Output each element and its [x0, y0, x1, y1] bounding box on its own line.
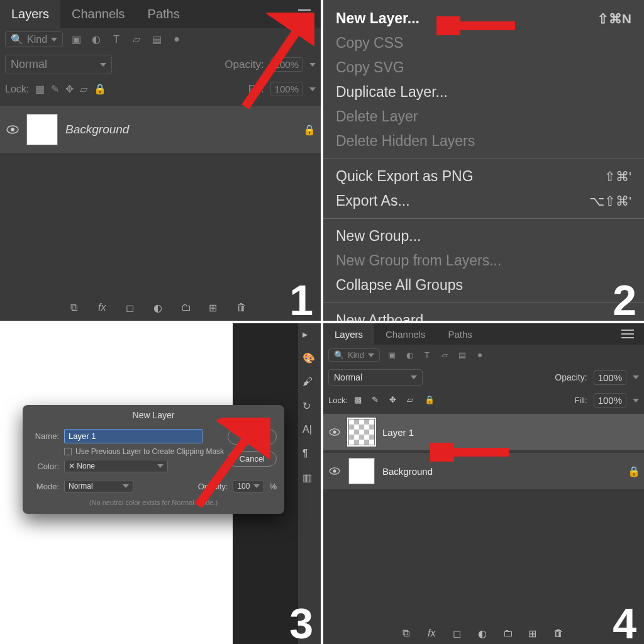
filter-toggle-icon[interactable]: •: [474, 350, 486, 361]
layer-row[interactable]: Background🔒: [323, 453, 644, 489]
palette-icon[interactable]: 🎨: [303, 352, 316, 366]
fill-field[interactable]: 100%: [594, 393, 626, 408]
search-icon: 🔍: [334, 350, 344, 360]
tab-paths[interactable]: Paths: [436, 323, 483, 345]
layer-name[interactable]: Background: [65, 123, 296, 136]
menu-item[interactable]: Duplicate Layer...: [323, 80, 644, 104]
trash-icon[interactable]: 🗑: [553, 628, 565, 639]
lock-icon[interactable]: 🔒: [303, 124, 314, 135]
blend-mode-select[interactable]: Normal: [328, 369, 423, 386]
layer-row[interactable]: Layer 1: [323, 414, 644, 450]
opacity-field[interactable]: 100: [233, 480, 264, 492]
filter-kind-select[interactable]: 🔍 Kind: [328, 348, 380, 362]
character-icon[interactable]: A|: [303, 424, 316, 438]
lock-brush-icon[interactable]: ✎: [51, 83, 59, 95]
tab-layers[interactable]: Layers: [323, 323, 374, 345]
visibility-icon[interactable]: [328, 426, 341, 438]
filter-shape-icon[interactable]: ▱: [439, 350, 450, 361]
layer-name-input[interactable]: [64, 429, 203, 443]
menu-item[interactable]: Export As...⌥⇧⌘': [323, 189, 644, 213]
layer-thumbnail[interactable]: [348, 458, 375, 484]
blend-mode-value: Normal: [334, 372, 362, 382]
mode-select[interactable]: Normal: [64, 480, 133, 492]
color-select[interactable]: ✕ None: [64, 460, 168, 472]
menu-item[interactable]: Quick Export as PNG⇧⌘': [323, 164, 644, 189]
cancel-button[interactable]: Cancel: [228, 451, 277, 467]
filter-adjustment-icon[interactable]: ◐: [89, 33, 103, 47]
panel-menu-button[interactable]: [615, 323, 640, 347]
layer-name[interactable]: Background: [382, 466, 620, 477]
brush-icon[interactable]: 🖌: [303, 376, 316, 390]
layer-background[interactable]: Background 🔒: [0, 106, 321, 153]
lock-row: Lock: ▩ ✎ ✥ ▱ 🔒 Fill: 100%: [323, 389, 644, 411]
trash-icon[interactable]: 🗑: [236, 302, 250, 316]
fill-label: Fill:: [248, 84, 264, 95]
ok-button[interactable]: OK: [228, 429, 277, 445]
opacity-label: Opacity:: [198, 482, 228, 491]
adjustment-layer-icon[interactable]: ◐: [478, 628, 489, 639]
chevron-down-icon[interactable]: [633, 399, 639, 402]
new-group-icon[interactable]: 🗀: [181, 302, 195, 316]
lock-icon[interactable]: 🔒: [628, 465, 639, 477]
swatch-icon[interactable]: ▥: [303, 472, 316, 486]
lock-transparency-icon[interactable]: ▩: [354, 395, 365, 406]
layer-style-icon[interactable]: fx: [428, 628, 439, 639]
chevron-down-icon: [123, 484, 129, 488]
lock-artboard-icon[interactable]: ▱: [407, 395, 418, 406]
step-4-layers-panel-result: Layers Channels Paths 🔍 Kind ▣ ◐ T ▱ ▤ •…: [323, 323, 644, 644]
paragraph-icon[interactable]: ¶: [303, 448, 316, 462]
filter-smart-icon[interactable]: ▤: [150, 33, 164, 47]
filter-image-icon[interactable]: ▣: [69, 33, 83, 47]
tab-channels[interactable]: Channels: [374, 323, 436, 345]
menu-item-label: New Artboard...: [336, 312, 436, 321]
visibility-icon[interactable]: [6, 123, 19, 136]
lock-position-icon[interactable]: ✥: [389, 395, 401, 406]
history-icon[interactable]: ↻: [303, 400, 316, 414]
lock-position-icon[interactable]: ✥: [65, 83, 74, 95]
filter-smart-icon[interactable]: ▤: [457, 350, 468, 361]
layer-mask-icon[interactable]: ◻: [453, 628, 464, 639]
blend-mode-select[interactable]: Normal: [5, 55, 112, 74]
filter-shape-icon[interactable]: ▱: [130, 33, 143, 47]
tab-paths[interactable]: Paths: [136, 0, 191, 28]
panel-footer-icons: ⧉ fx ◻ ◐ 🗀 ⊞ 🗑: [323, 628, 644, 639]
new-group-icon[interactable]: 🗀: [503, 628, 514, 639]
opacity-field[interactable]: 100%: [270, 57, 303, 72]
lock-label: Lock:: [5, 84, 29, 95]
filter-image-icon[interactable]: ▣: [386, 350, 397, 361]
filter-type-icon[interactable]: T: [421, 350, 433, 361]
link-layers-icon[interactable]: ⧉: [402, 628, 414, 639]
layer-name[interactable]: Layer 1: [382, 427, 639, 438]
layer-thumbnail[interactable]: [348, 419, 375, 445]
expand-icon[interactable]: ▸: [303, 328, 316, 342]
filter-adjustment-icon[interactable]: ◐: [404, 350, 415, 361]
new-layer-icon[interactable]: ⊞: [209, 302, 223, 316]
tab-layers[interactable]: Layers: [0, 0, 60, 28]
chevron-down-icon[interactable]: [309, 87, 316, 91]
panel-menu-button[interactable]: [292, 1, 317, 26]
layer-thumbnail[interactable]: [26, 114, 58, 145]
filter-toggle-icon[interactable]: •: [170, 33, 184, 47]
lock-all-icon[interactable]: 🔒: [94, 83, 106, 95]
chevron-down-icon[interactable]: [309, 63, 316, 67]
chevron-down-icon[interactable]: [633, 375, 639, 379]
lock-brush-icon[interactable]: ✎: [372, 395, 383, 406]
fill-field[interactable]: 100%: [270, 82, 303, 96]
opacity-field[interactable]: 100%: [594, 370, 626, 385]
menu-item[interactable]: Collapse All Groups: [323, 273, 644, 297]
lock-artboard-icon[interactable]: ▱: [80, 83, 87, 95]
layer-mask-icon[interactable]: ◻: [126, 302, 140, 316]
link-layers-icon[interactable]: ⧉: [70, 302, 84, 316]
menu-item[interactable]: New Group...: [323, 224, 644, 248]
filter-type-icon[interactable]: T: [109, 33, 123, 47]
tab-channels[interactable]: Channels: [60, 0, 136, 28]
visibility-icon[interactable]: [328, 465, 341, 477]
menu-item[interactable]: New Artboard...: [323, 308, 644, 321]
new-layer-icon[interactable]: ⊞: [528, 628, 540, 639]
lock-transparency-icon[interactable]: ▩: [35, 83, 45, 95]
menu-item[interactable]: New Layer...⇧⌘N: [323, 6, 644, 31]
adjustment-layer-icon[interactable]: ◐: [153, 302, 167, 316]
filter-kind-select[interactable]: 🔍 Kind: [5, 31, 63, 47]
lock-all-icon[interactable]: 🔒: [425, 395, 436, 406]
layer-style-icon[interactable]: fx: [98, 302, 112, 316]
